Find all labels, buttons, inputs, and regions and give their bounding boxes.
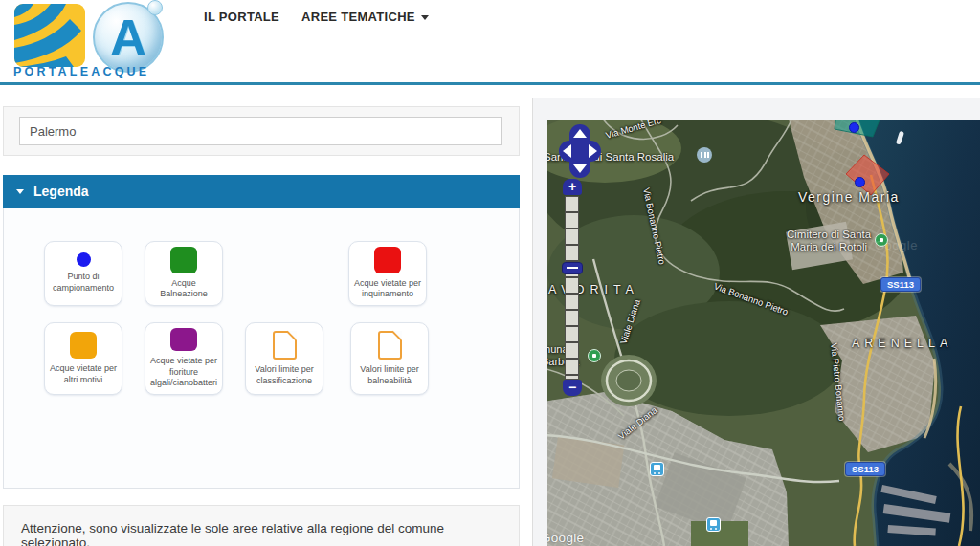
nav-aree-tematiche-label: AREE TEMATICHE — [301, 10, 415, 24]
pan-left-icon[interactable] — [563, 144, 571, 158]
poi-stadio-icon — [588, 349, 601, 362]
legend-item-vietate-inquinamento[interactable]: Acque vietate per inquinamento — [348, 241, 427, 306]
pan-down-icon[interactable] — [573, 164, 587, 173]
sampling-point-marker-2[interactable] — [855, 177, 865, 187]
legend-title: Legenda — [33, 184, 89, 199]
zoom-out-button[interactable]: − — [563, 380, 582, 396]
document-icon — [273, 331, 297, 360]
search-panel — [3, 106, 520, 156]
legend-item-punto-campionamento[interactable]: Punto di campionamento — [44, 241, 122, 306]
pan-right-icon[interactable] — [589, 144, 597, 158]
document-icon — [378, 331, 402, 360]
green-square-icon — [170, 247, 197, 273]
satellite-imagery — [547, 120, 980, 546]
legend-item-label: Acque vietate per altri motivi — [48, 363, 119, 385]
legend-item-label: Acque vietate per inquinamento — [352, 278, 423, 300]
legend-item-label: Punto di campionamento — [48, 272, 119, 294]
zoom-slider-track[interactable] — [565, 196, 579, 380]
map-pan-control[interactable] — [559, 124, 601, 178]
google-watermark: Google — [547, 531, 584, 545]
legend-item-label: Valori limite per classificazione — [249, 364, 320, 386]
route-badge-ss113-1: SS113 — [880, 277, 921, 292]
legend-item-valori-classificazione[interactable]: Valori limite per classificazione — [245, 322, 323, 395]
logo-wordmark: PORTALEACQUE — [13, 65, 149, 78]
portale-acque-page: A PORTALEACQUE IL PORTALE AREE TEMATICHE… — [0, 0, 980, 546]
zoom-slider-handle[interactable] — [562, 262, 583, 274]
map-label-favorita: FAVORITA — [547, 283, 639, 296]
logo-waves-icon — [13, 4, 86, 67]
map-label-cimitero: Cimitero di SantaMaria dei Rotoli — [787, 229, 871, 253]
small-bubble-icon — [147, 0, 163, 15]
transit-station-icon-1 — [650, 462, 664, 476]
nav-il-portale[interactable]: IL PORTALE — [204, 10, 279, 24]
nav-aree-tematiche[interactable]: AREE TEMATICHE — [301, 10, 429, 24]
legend-item-fioriture-algali[interactable]: Acque vietate per fioriture algali/ciano… — [145, 322, 223, 395]
route-badge-ss113-2: SS113 — [845, 462, 885, 476]
header: A PORTALEACQUE IL PORTALE AREE TEMATICHE — [0, 0, 980, 85]
legend-item-label: Acque Balneazione — [148, 278, 219, 300]
pan-up-icon[interactable] — [573, 129, 587, 138]
map-label-arenella: ARENELLA — [852, 337, 952, 350]
orange-square-icon — [70, 332, 97, 359]
legend-item-label: Valori limite per balneabilità — [354, 364, 425, 386]
chevron-down-icon — [421, 15, 429, 20]
legend-item-acque-balneazione[interactable]: Acque Balneazione — [145, 241, 223, 306]
legend-item-vietate-altri-motivi[interactable]: Acque vietate per altri motivi — [44, 322, 122, 395]
logo-letter: A — [110, 12, 146, 62]
caret-down-icon — [16, 189, 24, 194]
purple-square-icon — [170, 328, 197, 351]
transit-station-icon-2 — [706, 517, 721, 532]
notice-panel: Attenzione, sono visualizzate le sole ar… — [3, 505, 520, 546]
notice-text: Attenzione, sono visualizzate le sole ar… — [4, 506, 519, 546]
legend-panel: Punto di campionamento Acque Balneazione… — [3, 208, 520, 489]
sampling-point-icon — [77, 252, 91, 267]
map-label-vergine-maria: Vergine Maria — [798, 189, 900, 205]
legend-accordion-header[interactable]: Legenda — [3, 175, 520, 208]
comune-search-input[interactable] — [19, 117, 502, 145]
google-watermark-faint: Google — [875, 238, 918, 252]
zoom-in-button[interactable]: + — [563, 179, 582, 195]
map-canvas[interactable]: Via Monte Erc Santuario di Santa Rosalia… — [547, 120, 980, 546]
map-pane: Via Monte Erc Santuario di Santa Rosalia… — [533, 98, 980, 546]
legend-item-label: Acque vietate per fioriture algali/ciano… — [148, 356, 219, 389]
red-square-icon — [374, 247, 401, 273]
poi-santuario-icon — [697, 147, 712, 163]
sampling-point-marker-1[interactable] — [849, 122, 859, 133]
logo[interactable]: A PORTALEACQUE — [8, 2, 180, 82]
legend-item-valori-balneabilita[interactable]: Valori limite per balneabilità — [350, 322, 429, 395]
